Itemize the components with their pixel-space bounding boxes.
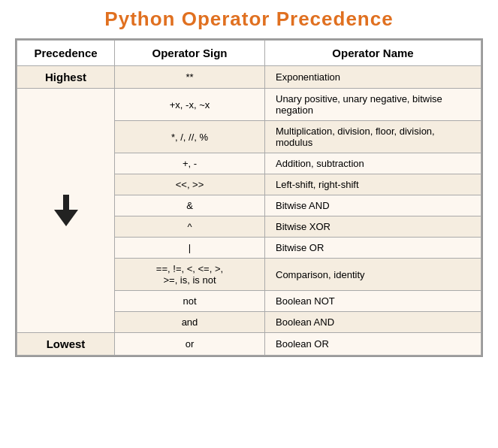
operator-name: Bitwise OR xyxy=(265,238,481,259)
operator-name: Exponentiation xyxy=(265,66,481,89)
operator-sign: and xyxy=(115,312,265,333)
operator-sign: not xyxy=(115,291,265,312)
operator-sign: or xyxy=(115,333,265,356)
col-header-sign: Operator Sign xyxy=(115,41,265,66)
operator-name: Left-shift, right-shift xyxy=(265,174,481,195)
precedence-arrow xyxy=(17,89,115,333)
operator-sign: <<, >> xyxy=(115,174,265,195)
operator-sign: ^ xyxy=(115,216,265,238)
precedence-highest: Highest xyxy=(17,66,115,89)
operator-name: Addition, subtraction xyxy=(265,153,481,174)
operator-sign: ** xyxy=(115,66,265,89)
operator-name: Unary positive, unary negative, bitwise … xyxy=(265,89,481,121)
operator-sign: +x, -x, ~x xyxy=(115,89,265,121)
operator-name: Bitwise AND xyxy=(265,195,481,216)
operator-name: Boolean AND xyxy=(265,312,481,333)
col-header-name: Operator Name xyxy=(265,41,481,66)
precedence-lowest: Lowest xyxy=(17,333,115,356)
operator-name: Boolean OR xyxy=(265,333,481,356)
precedence-table: Precedence Operator Sign Operator Name H… xyxy=(15,38,483,357)
operator-sign: | xyxy=(115,238,265,259)
operator-name: Comparison, identity xyxy=(265,259,481,291)
operator-sign: +, - xyxy=(115,153,265,174)
operator-sign: ==, !=, <, <=, >, >=, is, is not xyxy=(115,259,265,291)
operator-sign: *, /, //, % xyxy=(115,121,265,153)
precedence-arrow-visual xyxy=(17,190,114,231)
operator-name: Boolean NOT xyxy=(265,291,481,312)
operator-sign: & xyxy=(115,195,265,216)
col-header-precedence: Precedence xyxy=(17,41,115,66)
table-row: +x, -x, ~xUnary positive, unary negative… xyxy=(17,89,481,121)
table-row: LowestorBoolean OR xyxy=(17,333,481,356)
page-title: Python Operator Precedence xyxy=(104,8,393,31)
operator-name: Multiplication, division, floor, divisio… xyxy=(265,121,481,153)
operator-name: Bitwise XOR xyxy=(265,216,481,238)
table-row: Highest**Exponentiation xyxy=(17,66,481,89)
